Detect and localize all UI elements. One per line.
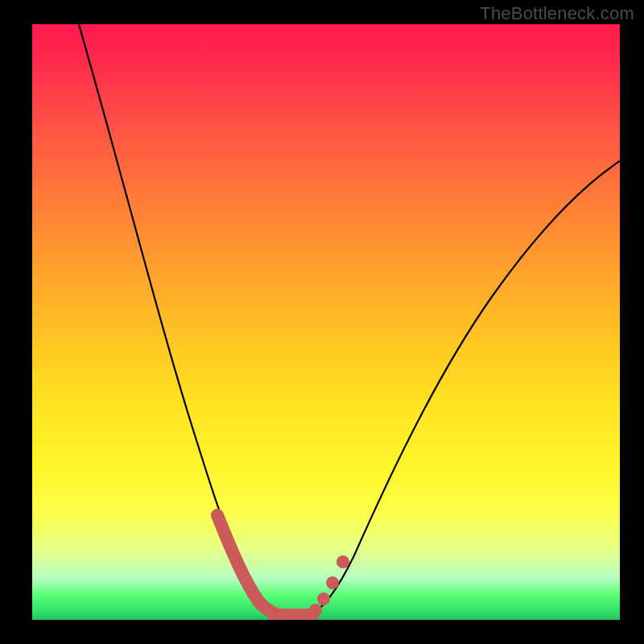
optimal-dot-3	[326, 576, 339, 589]
bottleneck-curve-left	[76, 24, 278, 614]
optimal-marker-left	[217, 515, 283, 616]
optimal-dot-1	[309, 604, 322, 617]
bottleneck-curve-right	[310, 161, 620, 614]
chart-frame: TheBottleneck.com	[0, 0, 644, 644]
optimal-dot-4	[336, 555, 349, 568]
plot-area	[32, 24, 620, 620]
curve-layer	[32, 24, 620, 620]
watermark-text: TheBottleneck.com	[480, 3, 634, 24]
optimal-dot-2	[317, 592, 330, 605]
